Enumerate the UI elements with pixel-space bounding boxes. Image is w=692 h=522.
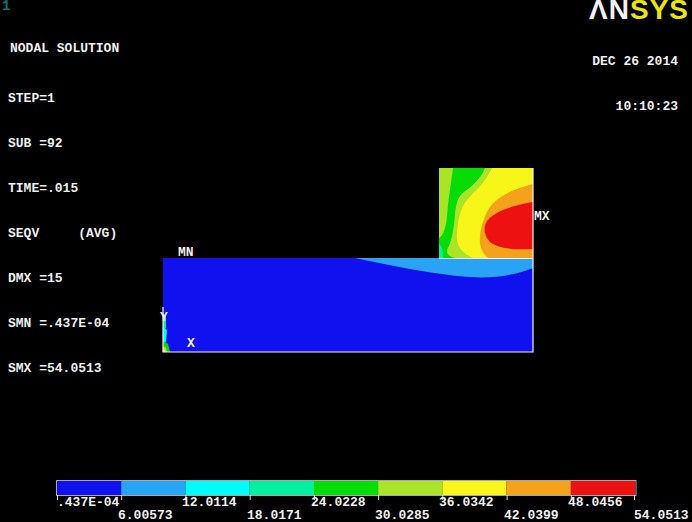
legend-swatch [57, 481, 121, 495]
legend-value: 30.0285 [375, 508, 430, 522]
legend-swatch [250, 481, 314, 495]
legend-swatch [378, 481, 442, 495]
max-node-label: MX [534, 209, 550, 224]
legend-value: 6.00573 [118, 508, 173, 522]
contour-plot[interactable]: MN MX Y X [0, 0, 692, 522]
legend-value: 24.0228 [311, 495, 366, 510]
legend-swatch [571, 481, 635, 495]
min-node-label: MN [178, 245, 194, 260]
legend-value: 48.0456 [568, 495, 623, 510]
legend-value: .437E-04 [57, 495, 119, 510]
legend-value: 18.0171 [247, 508, 302, 522]
x-axis-label: X [187, 336, 195, 351]
legend-swatch [185, 481, 249, 495]
legend-swatch [507, 481, 571, 495]
legend-swatch [314, 481, 378, 495]
legend-value: 36.0342 [439, 495, 494, 510]
legend-swatch [121, 481, 185, 495]
legend-value: 42.0399 [504, 508, 559, 522]
legend-value: 54.0513 [634, 508, 689, 522]
legend-swatch [442, 481, 506, 495]
ansys-graphics-window: 1 NODAL SOLUTION STEP=1 SUB =92 TIME=.01… [0, 0, 692, 522]
y-axis-label: Y [160, 310, 168, 325]
legend-value: 12.0114 [182, 495, 237, 510]
